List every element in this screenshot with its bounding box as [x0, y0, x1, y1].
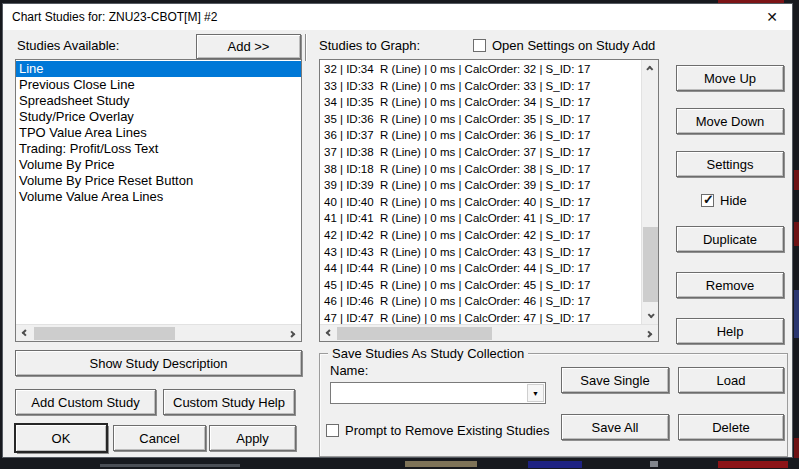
background-blue-strip-bottom: [528, 461, 582, 468]
close-icon[interactable]: ✕: [766, 8, 778, 26]
list-item[interactable]: Study/Price Overlay: [16, 109, 301, 125]
study-row[interactable]: 38 | ID:18 R (Line) | 0 ms | CalcOrder: …: [320, 161, 641, 178]
dropdown-arrow-icon: ▼: [532, 390, 539, 397]
combobox-dropdown-button[interactable]: ▼: [527, 384, 544, 402]
add-button[interactable]: Add >>: [196, 34, 301, 59]
scroll-left-button[interactable]: [320, 325, 337, 342]
window-title: Chart Studies for: ZNU23-CBOT[M] #2: [12, 10, 217, 24]
open-settings-checkbox-label: Open Settings on Study Add: [492, 38, 655, 53]
scroll-right-button[interactable]: [641, 325, 658, 342]
study-row[interactable]: 33 | ID:33 R (Line) | 0 ms | CalcOrder: …: [320, 78, 641, 95]
study-row[interactable]: 39 | ID:39 R (Line) | 0 ms | CalcOrder: …: [320, 177, 641, 194]
prompt-remove-checkbox-label: Prompt to Remove Existing Studies: [345, 423, 549, 438]
study-row[interactable]: 36 | ID:37 R (Line) | 0 ms | CalcOrder: …: [320, 127, 641, 144]
settings-button[interactable]: Settings: [676, 151, 784, 177]
groupbox-title: Save Studies As Study Collection: [328, 346, 528, 361]
studies-to-graph-label: Studies to Graph:: [319, 38, 420, 53]
list-item[interactable]: Previous Close Line: [16, 77, 301, 93]
background-dash: [794, 290, 799, 338]
cancel-button[interactable]: Cancel: [113, 425, 206, 451]
right-list-hscrollbar[interactable]: [320, 324, 658, 341]
study-row[interactable]: 41 | ID:41 R (Line) | 0 ms | CalcOrder: …: [320, 210, 641, 227]
scroll-up-button[interactable]: [642, 60, 659, 77]
title-bar[interactable]: Chart Studies for: ZNU23-CBOT[M] #2 ✕: [3, 4, 792, 30]
chevron-right-icon: [645, 331, 652, 338]
apply-button[interactable]: Apply: [209, 425, 296, 451]
right-list-vscrollbar[interactable]: [641, 60, 658, 324]
open-settings-checkbox-box[interactable]: [473, 39, 486, 52]
list-item[interactable]: TPO Value Area Lines: [16, 125, 301, 141]
help-button[interactable]: Help: [676, 318, 784, 344]
study-row[interactable]: 32 | ID:34 R (Line) | 0 ms | CalcOrder: …: [320, 61, 641, 78]
scroll-left-button[interactable]: [16, 325, 33, 342]
scroll-right-button[interactable]: [284, 325, 301, 342]
study-row[interactable]: 37 | ID:38 R (Line) | 0 ms | CalcOrder: …: [320, 144, 641, 161]
chevron-up-icon: [646, 66, 653, 73]
divider: [305, 34, 307, 61]
study-row[interactable]: 45 | ID:45 R (Line) | 0 ms | CalcOrder: …: [320, 277, 641, 294]
studies-available-list[interactable]: LinePrevious Close LineSpreadsheet Study…: [16, 61, 301, 324]
study-row[interactable]: 44 | ID:44 R (Line) | 0 ms | CalcOrder: …: [320, 260, 641, 277]
save-single-button[interactable]: Save Single: [561, 367, 669, 393]
hscroll-thumb[interactable]: [337, 327, 492, 340]
studies-available-label: Studies Available:: [17, 38, 119, 53]
list-item[interactable]: Volume By Price: [16, 157, 301, 173]
hide-checkbox-box[interactable]: [701, 194, 714, 207]
background-dash: [794, 438, 799, 458]
custom-study-help-button[interactable]: Custom Study Help: [163, 389, 295, 415]
background-dash: [794, 170, 799, 190]
chevron-left-icon: [326, 329, 333, 336]
hscroll-thumb[interactable]: [34, 327, 175, 340]
list-item[interactable]: Spreadsheet Study: [16, 93, 301, 109]
study-row[interactable]: 46 | ID:46 R (Line) | 0 ms | CalcOrder: …: [320, 293, 641, 310]
left-list-hscrollbar[interactable]: [16, 324, 301, 341]
list-item[interactable]: Volume By Price Reset Button: [16, 173, 301, 189]
hide-checkbox[interactable]: Hide: [701, 193, 747, 208]
chart-studies-dialog: Chart Studies for: ZNU23-CBOT[M] #2 ✕ St…: [2, 3, 793, 458]
save-all-button[interactable]: Save All: [561, 414, 669, 440]
background-dash: [100, 464, 240, 467]
show-study-description-button[interactable]: Show Study Description: [15, 350, 302, 376]
chevron-right-icon: [288, 331, 295, 338]
list-item[interactable]: Trading: Profit/Loss Text: [16, 141, 301, 157]
prompt-remove-checkbox-box[interactable]: [326, 424, 339, 437]
background-dash: [794, 222, 799, 246]
scroll-down-button[interactable]: [642, 307, 659, 324]
study-row[interactable]: 40 | ID:40 R (Line) | 0 ms | CalcOrder: …: [320, 194, 641, 211]
delete-button[interactable]: Delete: [678, 414, 784, 440]
background-dash: [405, 461, 477, 467]
move-down-button[interactable]: Move Down: [676, 108, 784, 134]
add-custom-study-button[interactable]: Add Custom Study: [15, 389, 156, 415]
load-button[interactable]: Load: [678, 367, 784, 393]
collection-name-combobox[interactable]: ▼: [330, 382, 546, 404]
prompt-remove-checkbox[interactable]: Prompt to Remove Existing Studies: [326, 423, 549, 438]
background-dash: [650, 461, 658, 467]
study-row[interactable]: 43 | ID:43 R (Line) | 0 ms | CalcOrder: …: [320, 244, 641, 261]
list-item[interactable]: Volume Value Area Lines: [16, 189, 301, 205]
duplicate-button[interactable]: Duplicate: [676, 226, 784, 252]
study-row[interactable]: 42 | ID:42 R (Line) | 0 ms | CalcOrder: …: [320, 227, 641, 244]
ok-button[interactable]: OK: [15, 424, 107, 452]
study-row[interactable]: 47 | ID:47 R (Line) | 0 ms | CalcOrder: …: [320, 310, 641, 324]
screen: Chart Studies for: ZNU23-CBOT[M] #2 ✕ St…: [0, 0, 799, 469]
name-label: Name:: [330, 363, 368, 378]
move-up-button[interactable]: Move Up: [676, 65, 784, 91]
chevron-down-icon: [648, 311, 655, 318]
studies-available-listbox: LinePrevious Close LineSpreadsheet Study…: [15, 59, 302, 342]
hide-checkbox-label: Hide: [720, 193, 747, 208]
study-row[interactable]: 35 | ID:36 R (Line) | 0 ms | CalcOrder: …: [320, 111, 641, 128]
open-settings-checkbox[interactable]: Open Settings on Study Add: [473, 38, 655, 53]
vscroll-thumb[interactable]: [643, 227, 658, 302]
list-item[interactable]: Line: [16, 61, 301, 77]
studies-to-graph-listbox: 32 | ID:34 R (Line) | 0 ms | CalcOrder: …: [319, 59, 659, 342]
study-row[interactable]: 34 | ID:35 R (Line) | 0 ms | CalcOrder: …: [320, 94, 641, 111]
studies-to-graph-list[interactable]: 32 | ID:34 R (Line) | 0 ms | CalcOrder: …: [320, 61, 641, 324]
background-red-strip-bottom: [718, 461, 788, 468]
remove-button[interactable]: Remove: [676, 272, 784, 298]
chevron-left-icon: [22, 329, 29, 336]
